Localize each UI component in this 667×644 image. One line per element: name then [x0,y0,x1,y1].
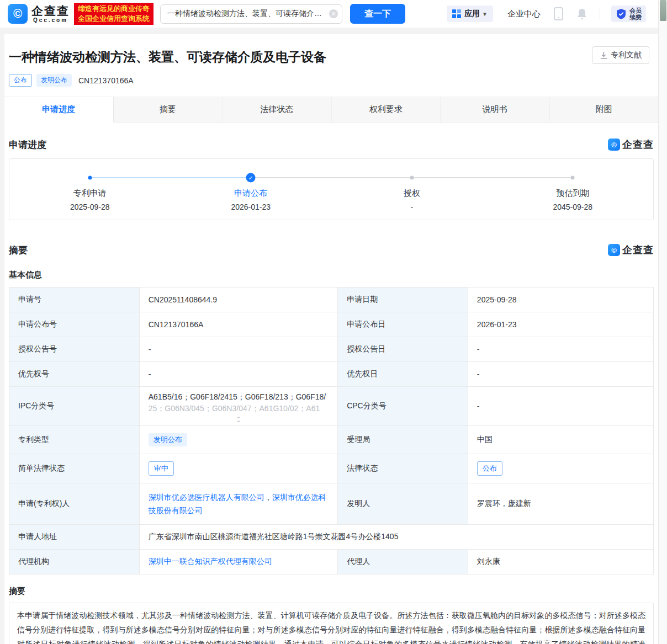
search-button[interactable]: 查一下 [350,4,405,24]
field-label: 申请(专利权)人 [9,483,140,525]
search-input[interactable] [160,4,342,24]
field-label: CPC分类号 [338,387,468,426]
patent-detail-card: 一种情绪波动检测方法、装置、可读存储介质及电子设备 公布 发明公布 CN1213… [4,34,658,644]
value-badge: 审中 [149,461,174,476]
field-label: 申请号 [9,288,140,312]
timeline-step-2: ✓申请公布2026-01-23 [171,159,332,211]
field-label: 申请日期 [338,288,468,312]
vip-line2: 续费 [629,14,642,20]
tab-3[interactable]: 法律状态 [223,97,332,122]
qcc-watermark-icon: © [608,139,620,151]
table-row: 简单法律状态审中法律状态公布 [9,454,654,483]
tab-1[interactable]: 申请进度 [4,97,114,123]
field-label: 优先权号 [9,362,140,387]
field-value: 罗震环，庞建新 [468,483,653,525]
field-value: 发明公布 [139,426,337,454]
patent-type-badge: 发明公布 [36,74,72,87]
field-label: 申请人地址 [9,525,140,550]
publication-number: CN121370166A [78,76,134,85]
download-icon [600,51,608,60]
abstract-heading: 摘要 [9,586,654,597]
field-label: 授权公告日 [338,337,468,362]
progress-section-title: 申请进度 [9,139,46,151]
value-badge: 发明公布 [149,433,187,446]
scrollbar-thumb[interactable] [660,0,666,21]
timeline-step-date: 2026-01-23 [171,203,332,211]
table-row: 申请公布号CN121370166A申请公布日2026-01-23 [9,312,654,337]
timeline-step-label: 授权 [331,188,493,199]
table-row: 申请(专利权)人深圳市优必选医疗机器人有限公司，深圳市优必选科技股份有限公司发明… [9,483,654,525]
expand-chevron-icon[interactable]: ⌄⌄ [149,414,329,424]
apps-grid-icon [452,9,461,18]
qcc-watermark-logo-2: © 企查查 [608,243,654,257]
field-value: 2026-01-23 [468,312,653,337]
table-row: 专利类型发明公布受理局中国 [9,426,654,454]
table-row: 代理机构深圳中一联合知识产权代理有限公司代理人刘永康 [9,550,654,574]
enterprise-center-link[interactable]: 企业中心 [507,9,541,19]
search-bar: ✕ 查一下 [160,4,405,24]
field-label: 代理人 [338,550,468,574]
field-value: - [468,337,653,362]
agency-link[interactable]: 深圳中一联合知识产权代理有限公司 [149,557,272,566]
table-row: 申请号CN202511408644.9申请日期2025-09-28 [9,288,654,312]
qcc-watermark-logo: © 企查查 [608,138,654,151]
patent-title-section: 一种情绪波动检测方法、装置、可读存储介质及电子设备 公布 发明公布 CN1213… [4,34,658,97]
field-label: 申请公布日 [338,312,468,337]
field-label: 授权公告号 [9,337,140,362]
timeline-step-label: 专利申请 [9,188,171,199]
ipc-codes-line1: A61B5/16；G06F18/2415；G06F18/213；G06F18/ [149,391,329,403]
top-nav: 应用 ▼ 企业中心 会员 续费 [447,6,646,22]
timeline-step-date: 2045-09-28 [493,203,654,211]
patent-document-button[interactable]: 专利文献 [592,46,649,64]
field-value: CN121370166A [139,312,337,337]
tab-6[interactable]: 附图 [550,97,659,122]
timeline-dot [88,176,92,180]
field-value: 审中 [139,454,337,483]
logo-brand-text: 企查查 [31,5,70,17]
qcc-logo-icon: © [8,4,28,24]
detail-tabs: 申请进度摘要法律状态权利要求说明书附图 [4,97,658,123]
basic-info-table-body: 申请号CN202511408644.9申请日期2025-09-28申请公布号CN… [9,288,654,574]
field-value: 深圳市优必选医疗机器人有限公司，深圳市优必选科技股份有限公司 [139,483,337,525]
table-row: 授权公告号-授权公告日- [9,337,654,362]
apps-menu[interactable]: 应用 ▼ [447,6,493,22]
check-circle-icon: ✓ [246,173,256,183]
company-link[interactable]: 深圳市优必选医疗机器人有限公司 [149,493,264,502]
field-value: - [139,337,337,362]
tab-4[interactable]: 权利要求 [332,97,441,122]
field-value: - [468,362,653,387]
table-row: 优先权号-优先权日- [9,362,654,387]
top-bar: © 企查查 Qcc.com 缔造有远见的商业传奇 全国企业信用查询系统 ✕ 查一… [0,0,667,28]
field-value: 2025-09-28 [468,288,653,312]
timeline-dot [571,176,575,180]
abstract-text: 本申请属于情绪波动检测技术领域，尤其涉及一种情绪波动检测方法、装置、计算机可读存… [9,603,654,644]
field-label: 代理机构 [9,550,140,574]
tab-content: 申请进度 © 企查查 专利申请2025-09-28✓申请公布2026-01-23… [4,138,658,644]
vip-shield-icon [616,8,627,19]
field-value: - [468,387,653,426]
timeline-dot [410,176,414,180]
field-label: 专利类型 [9,426,140,454]
field-value: 公布 [468,454,653,483]
vip-renew-button[interactable]: 会员 续费 [611,6,646,22]
field-label: 申请公布号 [9,312,140,337]
status-badge: 公布 [9,74,32,87]
field-label: 法律状态 [338,454,468,483]
tab-5[interactable]: 说明书 [441,97,550,122]
tab-2[interactable]: 摘要 [114,97,223,122]
field-value: 广东省深圳市南山区桃源街道福光社区塘岭路1号崇文花园4号办公楼1405 [139,525,653,550]
notification-bell-icon[interactable] [576,8,587,20]
apps-label: 应用 [464,9,480,19]
basic-info-table: 申请号CN202511408644.9申请日期2025-09-28申请公布号CN… [9,287,654,574]
timeline-step-label: 申请公布 [171,188,332,199]
field-label: 优先权日 [338,362,468,387]
timeline-step-4: 预估到期2045-09-28 [493,159,654,211]
vip-line1: 会员 [629,7,642,14]
mobile-app-icon[interactable] [554,7,563,20]
qcc-logo[interactable]: © 企查查 Qcc.com [8,4,70,24]
timeline-step-date: - [331,203,493,211]
timeline-step-3: 授权- [331,159,493,211]
field-value: CN202511408644.9 [139,288,337,312]
search-clear-icon[interactable]: ✕ [329,9,338,18]
field-value: 中国 [468,426,653,454]
